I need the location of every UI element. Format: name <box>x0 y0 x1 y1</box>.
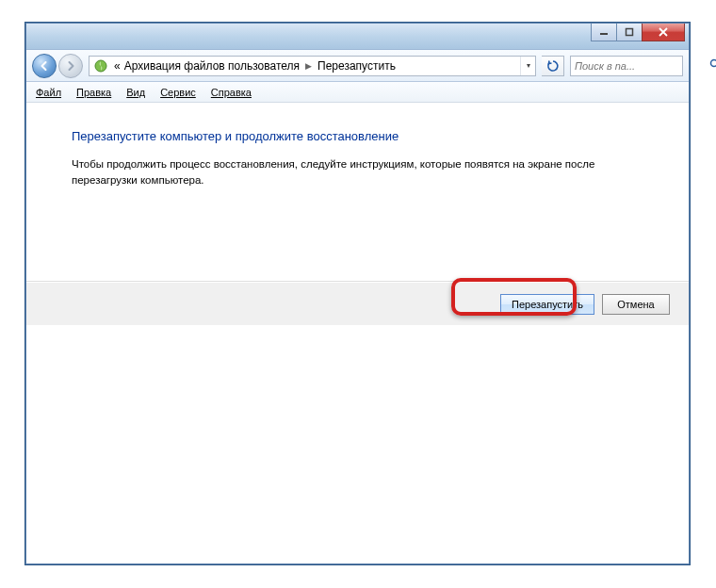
chevron-right-icon: ▶ <box>301 61 316 71</box>
menu-bar: Файл Правка Вид Сервис Справка <box>26 82 689 103</box>
menu-help[interactable]: Справка <box>211 87 252 98</box>
svg-rect-1 <box>626 29 633 36</box>
breadcrumb-prefix: « <box>112 59 122 73</box>
cancel-button[interactable]: Отмена <box>602 294 670 315</box>
close-button[interactable] <box>642 24 685 41</box>
menu-tools[interactable]: Сервис <box>160 87 196 98</box>
search-input[interactable] <box>571 60 709 72</box>
menu-edit[interactable]: Правка <box>76 87 111 98</box>
window-frame: « Архивация файлов пользователя ▶ Переза… <box>25 23 690 564</box>
menu-view[interactable]: Вид <box>126 87 145 98</box>
page-body-text: Чтобы продолжить процесс восстановления,… <box>72 156 643 189</box>
minimize-button[interactable] <box>591 24 617 41</box>
address-dropdown[interactable]: ▾ <box>520 57 535 75</box>
refresh-button[interactable] <box>542 56 564 76</box>
breadcrumb-item-1[interactable]: Архивация файлов пользователя <box>122 59 301 73</box>
navigation-bar: « Архивация файлов пользователя ▶ Переза… <box>26 50 689 82</box>
maximize-button[interactable] <box>616 24 643 41</box>
breadcrumb-item-2[interactable]: Перезапустить <box>316 59 398 73</box>
button-bar: Перезапустить Отмена <box>26 282 689 325</box>
location-icon <box>92 57 109 74</box>
forward-button[interactable] <box>58 54 83 78</box>
svg-rect-0 <box>600 33 608 35</box>
search-icon[interactable] <box>709 58 716 74</box>
content-area: Перезапустите компьютер и продолжите вос… <box>26 103 689 282</box>
svg-point-3 <box>711 59 717 66</box>
window-controls <box>592 24 685 41</box>
menu-file[interactable]: Файл <box>36 87 61 98</box>
page-headline: Перезапустите компьютер и продолжите вос… <box>72 129 643 143</box>
restart-button[interactable]: Перезапустить <box>500 294 594 315</box>
address-bar[interactable]: « Архивация файлов пользователя ▶ Переза… <box>89 56 536 76</box>
search-box <box>570 56 683 76</box>
titlebar <box>26 24 689 50</box>
back-button[interactable] <box>32 54 57 78</box>
